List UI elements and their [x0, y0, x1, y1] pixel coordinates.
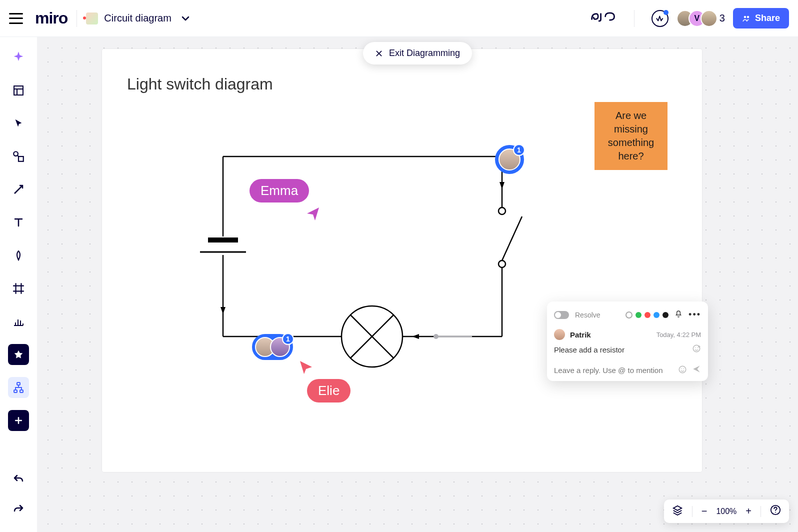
comment-count-badge: 1: [513, 144, 525, 156]
shapes-tool[interactable]: [8, 146, 29, 167]
sticky-text: Are we missing something here?: [608, 110, 654, 162]
color-option[interactable]: [662, 312, 668, 318]
svg-point-21: [498, 260, 506, 268]
divider: [760, 506, 761, 517]
chart-tool[interactable]: [8, 311, 29, 332]
svg-point-5: [14, 152, 18, 156]
comment-timestamp: Today, 4:22 PM: [656, 331, 701, 338]
svg-rect-6: [18, 156, 24, 162]
close-icon: [375, 50, 383, 58]
divider: [76, 10, 77, 27]
templates-tool[interactable]: [8, 80, 29, 101]
zoom-in-button[interactable]: +: [746, 506, 752, 517]
topbar: miro Circuit diagram V 3 Share: [0, 0, 798, 37]
svg-point-29: [698, 348, 698, 348]
collaborator-cursor-label: Elie: [307, 379, 350, 402]
people-icon: [742, 14, 751, 23]
board-status-icon: [86, 12, 98, 24]
svg-point-32: [684, 368, 684, 370]
reply-input[interactable]: [554, 366, 673, 374]
zoom-level[interactable]: 100%: [716, 507, 736, 516]
svg-line-22: [502, 216, 522, 260]
comment-message: Please add a resistor: [554, 346, 624, 354]
select-tool[interactable]: [8, 113, 29, 134]
react-icon[interactable]: [692, 344, 701, 356]
svg-point-1: [747, 16, 750, 18]
exit-diagramming-button[interactable]: Exit Diagramming: [363, 42, 472, 64]
color-picker[interactable]: [626, 312, 668, 318]
comment-thread-marker[interactable]: 1: [252, 334, 293, 360]
miro-logo[interactable]: miro: [35, 9, 68, 28]
svg-point-0: [744, 16, 746, 18]
svg-point-23: [498, 208, 506, 214]
more-icon[interactable]: •••: [688, 310, 701, 320]
collaborator-cursor-label: Emma: [250, 179, 309, 202]
ai-tool[interactable]: [8, 47, 29, 68]
sticky-tool[interactable]: [8, 344, 29, 365]
zoom-out-button[interactable]: −: [702, 506, 708, 517]
layers-icon[interactable]: [672, 504, 683, 518]
svg-rect-8: [14, 390, 17, 392]
sticky-note[interactable]: Are we missing something here?: [594, 102, 668, 170]
comment-popover: Resolve ••• Patrik: [547, 302, 708, 381]
board-name: Circuit diagram: [104, 12, 171, 24]
cursor-arrow-icon: [306, 206, 321, 222]
redo-button[interactable]: [8, 499, 29, 520]
pen-tool[interactable]: [8, 245, 29, 266]
comment-thread-marker[interactable]: 1: [495, 145, 524, 174]
svg-point-28: [695, 348, 696, 348]
svg-point-31: [681, 368, 682, 370]
undo-button[interactable]: [8, 469, 29, 490]
color-option[interactable]: [626, 312, 632, 318]
exit-label: Exit Diagramming: [389, 48, 460, 58]
more-tool[interactable]: [8, 410, 29, 431]
frame-tool[interactable]: [8, 278, 29, 299]
avatar: [700, 10, 718, 27]
zoom-controls: − 100% +: [664, 500, 789, 523]
divider: [634, 10, 634, 27]
collaborator-avatars[interactable]: V 3: [676, 10, 725, 27]
cursor-arrow-icon: [298, 359, 313, 374]
notification-icon[interactable]: [674, 310, 682, 320]
diagram-frame[interactable]: Light switch diagram: [102, 49, 702, 472]
svg-rect-2: [14, 86, 23, 95]
share-button[interactable]: Share: [733, 8, 789, 28]
help-icon[interactable]: [770, 504, 781, 518]
collaborator-count: 3: [720, 12, 725, 24]
board-name-dropdown[interactable]: Circuit diagram: [86, 12, 191, 24]
color-option[interactable]: [654, 312, 660, 318]
send-icon[interactable]: [692, 364, 701, 376]
connector-tool[interactable]: [8, 179, 29, 200]
emoji-icon[interactable]: [678, 365, 687, 376]
svg-rect-7: [17, 382, 20, 385]
diagram-tool[interactable]: [8, 377, 29, 398]
music-icon[interactable]: [590, 10, 617, 26]
divider: [692, 506, 692, 517]
comment-count-badge: 1: [282, 333, 294, 345]
activity-icon[interactable]: [652, 10, 668, 27]
color-option[interactable]: [636, 312, 642, 318]
resolve-label: Resolve: [575, 311, 620, 319]
canvas[interactable]: Light switch diagram: [37, 37, 798, 532]
avatar: [554, 329, 565, 340]
chevron-down-icon: [180, 12, 192, 24]
svg-point-30: [679, 366, 686, 373]
tool-rail: [0, 37, 37, 532]
main-menu-button[interactable]: [9, 13, 23, 24]
comment-author: Patrik: [570, 330, 652, 339]
svg-rect-9: [20, 390, 23, 392]
share-label: Share: [755, 13, 780, 24]
color-option[interactable]: [644, 312, 650, 318]
text-tool[interactable]: [8, 212, 29, 233]
svg-point-26: [434, 334, 438, 339]
resolve-toggle[interactable]: [554, 311, 569, 319]
